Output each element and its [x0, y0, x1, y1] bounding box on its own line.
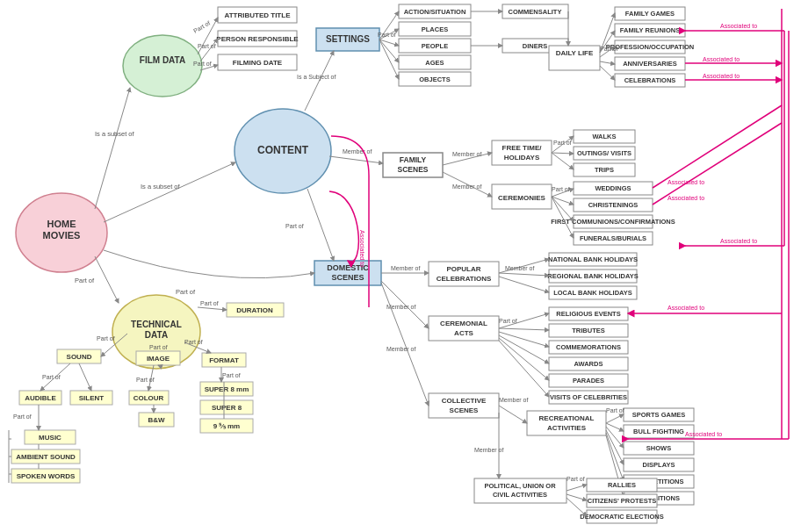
svg-text:SCENES: SCENES: [398, 165, 429, 174]
weddings-label: WEDDINGS: [595, 184, 631, 192]
edge-ra-di: [606, 430, 624, 464]
colour-label: COLOUR: [134, 394, 164, 402]
label-s-part: Part of: [378, 32, 396, 38]
edge-snd-sil: [79, 363, 91, 391]
edge-content-fs: [329, 156, 383, 163]
edge-pol-cp: [566, 494, 587, 500]
home-movies-label: HOME: [47, 219, 76, 229]
spoken-words-label: SPOKEN WORDS: [17, 472, 76, 480]
label-cer-part: Part of: [552, 186, 570, 192]
label-dl-partof: Part of: [600, 46, 618, 52]
edge-dl-ann: [600, 61, 615, 64]
shows-label: SHOWS: [646, 444, 671, 452]
label-fd-at: Part of: [192, 19, 211, 33]
sports-games-label: SPORTS GAMES: [632, 411, 685, 419]
edge-fth-ov: [552, 153, 574, 154]
svg-text:SCENES: SCENES: [331, 273, 364, 282]
label-ds-cs: Member of: [386, 346, 416, 352]
anniversaries-label: ANNIVERSARIES: [623, 60, 677, 68]
pink-wed-line: [653, 105, 782, 188]
label-fs-cer: Member of: [452, 183, 482, 190]
national-bank-holidays-label: NATIONAL BANK HOLIDAYS: [548, 255, 638, 263]
free-time-label: FREE TIME/: [502, 144, 543, 152]
super8mm-label: SUPER 8 mm: [205, 385, 249, 393]
svg-text:SCENES: SCENES: [450, 406, 480, 414]
label-hm-content: Is a subset of: [141, 183, 181, 191]
edge-pc-rbh: [499, 273, 549, 276]
label-fd-filming: Part of: [193, 61, 212, 67]
funerals-label: FUNERALS/BURIALS: [580, 234, 646, 242]
svg-text:CELEBRATIONS: CELEBRATIONS: [437, 275, 492, 283]
filming-date-label: FILMING DATE: [233, 59, 283, 67]
content-label: CONTENT: [257, 144, 309, 156]
edge-content-ds: [307, 189, 334, 261]
commensality-label: COMMENSALITY: [509, 8, 562, 16]
label-content-ds: Part of: [285, 223, 304, 229]
silent-label: SILENT: [79, 394, 105, 402]
label-mid-assoc: Associated to: [720, 238, 757, 244]
image-label: IMAGE: [147, 355, 170, 363]
label-wed-assoc: Associated to: [668, 179, 704, 185]
walks-label: WALKS: [592, 133, 616, 140]
label-fd-pr: Part of: [198, 43, 216, 49]
edge-fth-trips: [552, 153, 574, 169]
edge-cs-ra: [499, 406, 527, 423]
label-ca-part: Part of: [499, 318, 517, 324]
edge-pc-lbh: [499, 277, 549, 292]
svg-text:MOVIES: MOVIES: [43, 230, 81, 241]
settings-label: SETTINGS: [326, 34, 370, 44]
svg-text:HOLIDAYS: HOLIDAYS: [504, 154, 540, 162]
label-fmt-part: Part of: [222, 372, 241, 378]
label-ds-pc: Member of: [391, 265, 421, 271]
outings-visits-label: OUTINGS/ VISITS: [577, 149, 631, 157]
label-img-col: Part of: [136, 377, 155, 383]
bw-label: B&W: [148, 416, 165, 424]
ages-label: AGES: [425, 59, 444, 67]
family-games-label: FAMILY GAMES: [625, 10, 675, 18]
label-content-settings: Is a Subject of: [297, 74, 336, 81]
svg-text:CIVIL ACTIVITIES: CIVIL ACTIVITIES: [493, 491, 547, 499]
action-situation-label: ACTION/SITUATION: [404, 8, 466, 16]
displays-label: DISPLAYS: [643, 461, 675, 469]
political-activities-label: POLITICAL, UNION OR: [484, 482, 556, 490]
label-cs-ra: Member of: [499, 397, 529, 403]
bull-fighting-label: BULL FIGHTING: [633, 428, 684, 435]
regional-bank-holidays-label: REGIONAL BANK HOLIDAYS: [547, 272, 638, 280]
edge-ra-sg: [606, 414, 624, 423]
label-td-img: Part of: [149, 344, 168, 350]
citizens-protests-label: CITIZENS' PROTESTS: [588, 497, 656, 505]
label-aud-part: Part of: [13, 413, 32, 420]
family-reunions-label: FAMILY REUNIONS: [620, 26, 680, 34]
popular-celebrations-label: POPULAR: [446, 265, 480, 273]
label-snd-aud: Part of: [42, 374, 61, 380]
ninemm-label: 9 ⁵⁄₅ mm: [213, 422, 240, 430]
ceremonial-acts-label: CEREMONIAL: [440, 320, 487, 327]
label-content-fs: Member of: [343, 148, 372, 155]
family-scenes-label: FAMILY: [400, 155, 427, 164]
religious-events-label: RELIGIOUS EVENTS: [556, 310, 620, 318]
edge-ds-cs: [381, 283, 429, 406]
label-td-dur: Part of: [200, 300, 219, 306]
label-re-assoc: Associated to: [668, 305, 704, 311]
label-top-assoc: Associated to: [720, 23, 757, 29]
edge-pol-de: [566, 498, 587, 516]
svg-text:ACTS: ACTS: [454, 329, 473, 337]
edge-ca-tri: [499, 328, 549, 330]
film-data-label: FILM DATA: [140, 55, 185, 65]
technical-data-label: TECHNICAL: [131, 320, 182, 329]
label-pc-member: Member of: [505, 265, 535, 271]
commemorations-label: COMMEMORATIONS: [556, 343, 621, 351]
label-content-assoc: Associated to: [359, 230, 365, 267]
label-hm-ds: Part of: [176, 288, 196, 296]
super8-label: SUPER 8: [212, 404, 242, 412]
diners-label: DINERS: [523, 42, 547, 50]
label-ra-part: Part of: [606, 407, 624, 413]
first-communions-label: FIRST COMMUNIONS/CONFIRMATIONS: [551, 218, 675, 226]
people-label: PEOPLE: [422, 42, 448, 50]
edge-td-dur: [198, 307, 227, 310]
label-fth-part: Part of: [553, 140, 572, 146]
label-pol-part: Part of: [566, 476, 585, 482]
label-hm-fd: Is a subset of: [95, 130, 135, 138]
christenings-label: CHRISTENINGS: [588, 201, 639, 209]
pink-chr-line: [653, 123, 782, 205]
